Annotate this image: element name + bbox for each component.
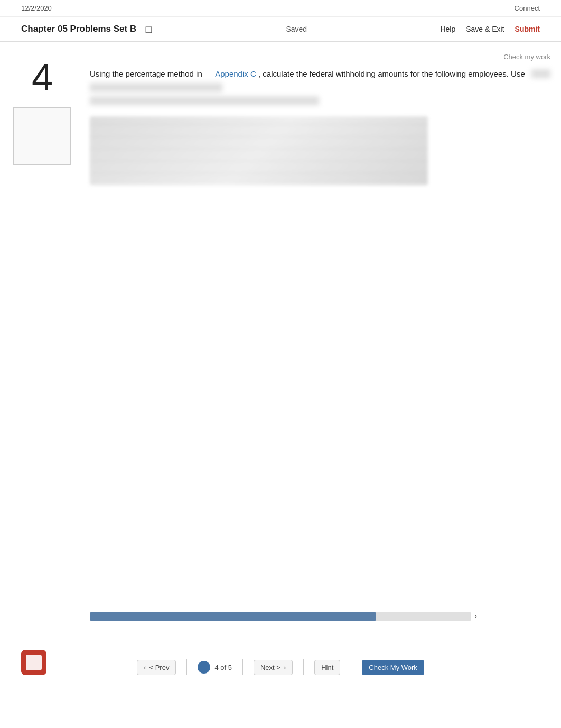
bottom-area: ›	[0, 612, 561, 628]
hint-label: Hint	[321, 664, 333, 671]
question-counter-area: 4 of 5	[198, 661, 232, 674]
header-actions: Help Save & Exit Submit	[440, 25, 540, 33]
appendix-c-link[interactable]: Appendix C	[215, 69, 256, 78]
date-label: 12/2/2020	[21, 4, 52, 12]
page-title: Chapter 05 Problems Set B	[21, 24, 136, 34]
prev-label: < Prev	[149, 664, 169, 671]
sidebar-reference-box	[13, 107, 71, 165]
nav-divider-1	[186, 659, 187, 675]
saved-status: Saved	[161, 25, 432, 33]
save-exit-button[interactable]: Save & Exit	[466, 25, 504, 33]
connect-label: Connect	[515, 4, 540, 12]
employee-table-blurred	[90, 116, 428, 185]
nav-divider-2	[242, 659, 243, 675]
check-work-label: Check My Work	[369, 664, 417, 671]
nav-divider-4	[351, 659, 351, 675]
progress-arrow: ›	[474, 612, 477, 620]
content-area: Check my work Using the percentage metho…	[85, 53, 561, 196]
check-my-work-row: Check my work	[90, 53, 550, 61]
check-my-work-button[interactable]: Check my work	[503, 53, 550, 61]
submit-button[interactable]: Submit	[515, 25, 540, 33]
prev-icon: ‹	[144, 664, 146, 671]
question-count-icon	[198, 661, 210, 674]
progress-bar-container: ›	[90, 612, 471, 621]
next-icon: ›	[284, 664, 286, 671]
check-work-footer-button[interactable]: Check My Work	[362, 660, 424, 675]
next-button[interactable]: Next > ›	[254, 660, 293, 675]
nav-divider-3	[303, 659, 304, 675]
question-count-label: 4 of 5	[214, 664, 232, 671]
main-content: 4 Check my work Using the percentage met…	[0, 42, 561, 206]
question-text-part2: , calculate the federal withholding amou…	[258, 69, 525, 78]
question-number: 4	[32, 58, 53, 96]
footer-nav: ‹ < Prev 4 of 5 Next > › Hint Check My W…	[0, 659, 561, 675]
prev-button[interactable]: ‹ < Prev	[137, 660, 176, 675]
top-bar: 12/2/2020 Connect	[0, 0, 561, 17]
employee-table-container	[90, 116, 428, 185]
sidebar-number-area: 4	[0, 53, 85, 196]
bookmark-icon[interactable]: ◻	[145, 23, 153, 35]
help-button[interactable]: Help	[440, 25, 455, 33]
next-label: Next >	[260, 664, 280, 671]
hint-button[interactable]: Hint	[314, 660, 340, 675]
question-text: Using the percentage method in Appendix …	[90, 67, 550, 108]
blurred-text-2: withholding allowances for each employee…	[90, 96, 319, 105]
header-bar: Chapter 05 Problems Set B ◻ Saved Help S…	[0, 17, 561, 42]
progress-bar-fill	[90, 612, 376, 621]
question-text-part1: Using the percentage method in	[90, 69, 202, 78]
